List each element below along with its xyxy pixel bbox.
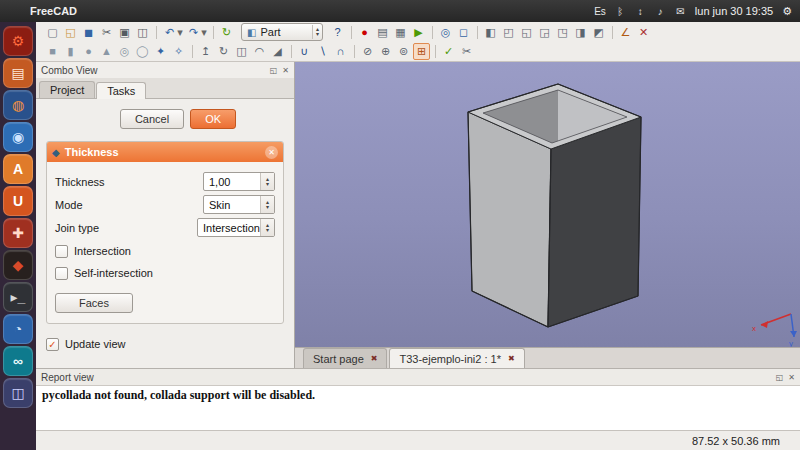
toolbar-separator[interactable] (152, 24, 160, 41)
launcher-chromium[interactable]: ◔ (3, 314, 33, 344)
launcher-ubuntu-software[interactable]: U (3, 186, 33, 216)
boolean-union-icon[interactable]: ∪ (296, 43, 313, 60)
tab-document[interactable]: T33-ejemplo-ini2 : 1* ✖ (389, 348, 524, 368)
macros-icon[interactable]: ▤ (374, 24, 391, 41)
part-box-icon[interactable]: ■ (44, 43, 61, 60)
chamfer-icon[interactable]: ◢ (269, 43, 286, 60)
self-intersection-checkbox[interactable] (55, 267, 68, 280)
combobox-arrows-icon[interactable]: ▴ ▾ (260, 219, 274, 236)
refine-shape-icon[interactable]: ✂ (458, 43, 475, 60)
tab-start-page[interactable]: Start page ✖ (303, 348, 387, 368)
thickness-task-header[interactable]: ◆ Thickness ✕ (47, 142, 283, 162)
cross-sections-icon[interactable]: ⊕ (377, 43, 394, 60)
view-isometric-icon[interactable]: ◧ (482, 24, 499, 41)
tab-close-icon[interactable]: ✖ (508, 354, 515, 363)
toolbar-separator[interactable] (188, 43, 196, 60)
view-rear-icon[interactable]: ◳ (554, 24, 571, 41)
3d-viewport[interactable]: x y (295, 62, 800, 347)
launcher-files[interactable]: ▤ (3, 58, 33, 88)
update-view-row[interactable]: ✓ Update view (46, 334, 284, 354)
paste-icon[interactable]: ◫ (134, 24, 151, 41)
record-macro-icon[interactable]: ● (356, 24, 373, 41)
intersection-checkbox-row[interactable]: Intersection (55, 241, 275, 261)
undo-dropdown-icon[interactable]: ▾ (176, 24, 184, 41)
whatsthis-icon[interactable]: ? (329, 24, 346, 41)
toolbar-separator[interactable] (209, 24, 217, 41)
shape-builder-icon[interactable]: ✧ (170, 43, 187, 60)
cancel-button[interactable]: Cancel (120, 109, 184, 129)
messages-icon[interactable]: ✉ (675, 6, 686, 17)
offset-icon[interactable]: ⊚ (395, 43, 412, 60)
float-panel-icon[interactable]: ◱ (270, 66, 278, 75)
toolbar-separator[interactable] (287, 43, 295, 60)
view-front-icon[interactable]: ◰ (500, 24, 517, 41)
launcher-app-a[interactable]: A (3, 154, 33, 184)
edit-macro-icon[interactable]: ▦ (392, 24, 409, 41)
toolbar-separator[interactable] (431, 43, 439, 60)
thickness-spinbox[interactable]: 1,00 ▴ ▾ (203, 172, 275, 191)
thickness-tool-icon[interactable]: ⊞ (413, 43, 430, 60)
launcher-arduino[interactable]: ∞ (3, 346, 33, 376)
redo-dropdown-icon[interactable]: ▾ (200, 24, 208, 41)
fillet-icon[interactable]: ◠ (251, 43, 268, 60)
toolbar-separator[interactable] (428, 24, 436, 41)
tab-close-icon[interactable]: ✖ (371, 354, 378, 363)
cut-icon[interactable]: ✂ (98, 24, 115, 41)
self-intersection-checkbox-row[interactable]: Self-intersection (55, 263, 275, 283)
launcher-terminal[interactable]: ▸_ (3, 282, 33, 312)
spin-down-icon[interactable]: ▾ (266, 182, 269, 187)
part-tube-icon[interactable]: ◯ (134, 43, 151, 60)
open-file-icon[interactable]: ◱ (62, 24, 79, 41)
part-torus-icon[interactable]: ◎ (116, 43, 133, 60)
boolean-intersection-icon[interactable]: ∩ (332, 43, 349, 60)
part-sphere-icon[interactable]: ● (80, 43, 97, 60)
launcher-firefox[interactable]: ◍ (3, 90, 33, 120)
join-type-combobox[interactable]: Intersection ▴ ▾ (197, 218, 275, 237)
spin-down-icon[interactable]: ▾ (266, 228, 269, 233)
volume-icon[interactable]: ♪ (655, 6, 666, 17)
save-icon[interactable]: ◼ (80, 24, 97, 41)
refresh-icon[interactable]: ↻ (218, 24, 235, 41)
3d-model-canvas[interactable]: x y (295, 62, 800, 347)
view-left-icon[interactable]: ◩ (590, 24, 607, 41)
part-cone-icon[interactable]: ▲ (98, 43, 115, 60)
boolean-cut-icon[interactable]: ∖ (314, 43, 331, 60)
view-right-icon[interactable]: ◲ (536, 24, 553, 41)
bluetooth-icon[interactable]: ᛒ (615, 6, 626, 17)
float-panel-icon[interactable]: ◱ (776, 373, 784, 382)
tab-tasks[interactable]: Tasks (96, 82, 146, 99)
launcher-kicad[interactable]: ◆ (3, 250, 33, 280)
spin-down-icon[interactable]: ▾ (266, 205, 269, 210)
clock[interactable]: lun jun 30 19:35 (695, 5, 773, 17)
intersection-checkbox[interactable] (55, 245, 68, 258)
primitives-icon[interactable]: ✦ (152, 43, 169, 60)
launcher-tweak-tools[interactable]: ✚ (3, 218, 33, 248)
execute-macro-icon[interactable]: ▶ (410, 24, 427, 41)
launcher-workspaces[interactable]: ◫ (3, 378, 33, 408)
section-icon[interactable]: ⊘ (359, 43, 376, 60)
part-cylinder-icon[interactable]: ▮ (62, 43, 79, 60)
combobox-arrows-icon[interactable]: ▴ ▾ (260, 196, 274, 213)
workbench-selector[interactable]: ◧ Part ▴ ▾ (241, 23, 323, 41)
close-panel-icon[interactable]: ✕ (282, 66, 289, 75)
clear-measure-icon[interactable]: ✕ (635, 24, 652, 41)
extrude-icon[interactable]: ↥ (197, 43, 214, 60)
network-icon[interactable]: ↕ (635, 6, 646, 17)
update-view-checkbox[interactable]: ✓ (46, 338, 59, 351)
session-menu-icon[interactable]: ⚙ (782, 5, 792, 18)
task-close-icon[interactable]: ✕ (265, 146, 278, 159)
zoom-box-icon[interactable]: ◎ (437, 24, 454, 41)
launcher-freecad[interactable]: ⚙ (3, 26, 33, 56)
toolbar-separator[interactable] (347, 24, 355, 41)
launcher-browser[interactable]: ◉ (3, 122, 33, 152)
keyboard-layout-icon[interactable]: Es (594, 6, 606, 17)
faces-button[interactable]: Faces (55, 293, 133, 313)
ok-button[interactable]: OK (190, 109, 236, 129)
tab-project[interactable]: Project (39, 81, 95, 98)
view-bottom-icon[interactable]: ◨ (572, 24, 589, 41)
new-file-icon[interactable]: ▢ (44, 24, 61, 41)
toolbar-separator[interactable] (473, 24, 481, 41)
spinbox-arrows-icon[interactable]: ▴ ▾ (260, 173, 274, 190)
toolbar-separator[interactable] (608, 24, 616, 41)
mirror-icon[interactable]: ◫ (233, 43, 250, 60)
